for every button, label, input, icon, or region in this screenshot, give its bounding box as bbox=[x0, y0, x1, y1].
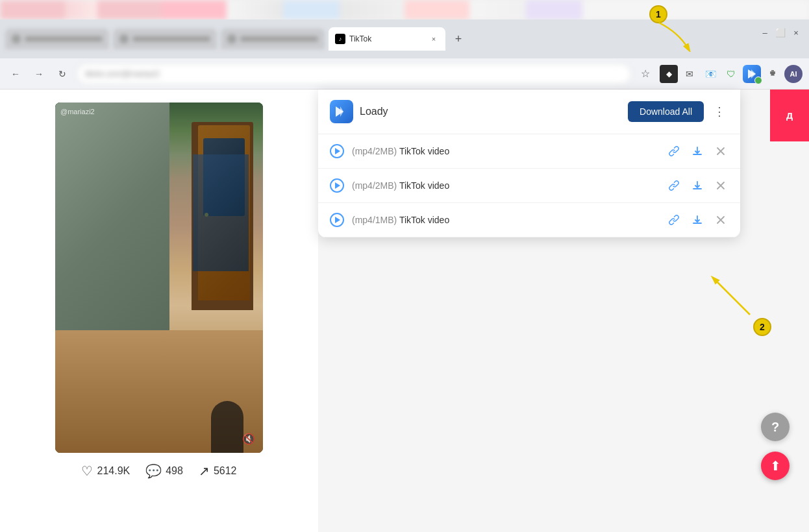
tab-title-bar bbox=[25, 36, 103, 42]
annotation-2-group: 2 bbox=[753, 318, 771, 336]
address-bar-row: ← → ↻ tiktok.com/@mariazi2 ☆ ◆ ✉ 📧 🛡 bbox=[0, 58, 809, 90]
browser-tab-strip-bg bbox=[0, 0, 809, 19]
close-button[interactable]: × bbox=[791, 27, 801, 38]
annotation-badge-2: 2 bbox=[753, 318, 771, 336]
video-item-1: (mp4/2MB) TikTok video bbox=[318, 134, 740, 169]
close-icon-3[interactable] bbox=[713, 212, 728, 228]
download-all-button[interactable]: Download All bbox=[628, 101, 704, 122]
tab-close-button[interactable]: × bbox=[429, 34, 439, 44]
badge-1-label: 1 bbox=[656, 9, 661, 19]
item-actions-3 bbox=[666, 212, 728, 228]
video-format-3: (mp4/1MB) bbox=[352, 215, 397, 225]
video-item-3: (mp4/1MB) TikTok video bbox=[318, 203, 740, 237]
ai-label: AI bbox=[790, 70, 797, 78]
help-label: ? bbox=[771, 420, 779, 435]
loady-play-logo bbox=[746, 68, 758, 80]
upload-button[interactable]: ⬆ bbox=[761, 452, 790, 480]
browser-extensions: ◆ ✉ 📧 🛡 AI bbox=[660, 65, 803, 83]
loady-logo bbox=[330, 100, 353, 123]
video-username: @mariazi2 bbox=[60, 108, 95, 115]
comment-icon: 💬 bbox=[145, 463, 162, 479]
close-icon-1[interactable] bbox=[713, 143, 728, 159]
video-item-label-1: (mp4/2MB) TikTok video bbox=[352, 146, 658, 156]
back-button[interactable]: ← bbox=[6, 65, 25, 83]
shares-stat: ↗ 5612 bbox=[199, 463, 237, 479]
forward-button[interactable]: → bbox=[30, 65, 48, 83]
loady-extension-icon[interactable] bbox=[743, 65, 761, 83]
download-icon-1[interactable] bbox=[690, 143, 705, 159]
play-triangle-icon bbox=[335, 182, 340, 189]
maximize-button[interactable]: ⬜ bbox=[775, 27, 786, 38]
video-stats-row: ♡ 214.9K 💬 498 ↗ 5612 bbox=[81, 463, 236, 479]
comments-stat: 💬 498 bbox=[145, 463, 183, 479]
popup-menu-button[interactable]: ⋮ bbox=[710, 103, 728, 121]
mail-icon-1[interactable]: ✉ bbox=[680, 65, 699, 83]
ai-button[interactable]: AI bbox=[784, 65, 803, 83]
item-actions-2 bbox=[666, 178, 728, 193]
arrow-1-svg bbox=[656, 19, 695, 52]
video-name-3: TikTok video bbox=[399, 215, 449, 225]
video-format-1: (mp4/2MB) bbox=[352, 146, 397, 156]
download-icon-2[interactable] bbox=[690, 178, 705, 193]
star-icon: ☆ bbox=[641, 67, 650, 80]
mail-icon-2[interactable]: 📧 bbox=[701, 65, 719, 83]
tab-blurred-3[interactable] bbox=[221, 29, 325, 49]
link-icon-1[interactable] bbox=[666, 143, 682, 159]
loady-title: Loady bbox=[360, 106, 621, 117]
tab-title: TikTok bbox=[349, 34, 425, 43]
extension-dark-icon[interactable]: ◆ bbox=[660, 65, 678, 83]
video-item-label-2: (mp4/2MB) TikTok video bbox=[352, 180, 658, 191]
video-item-label-3: (mp4/1MB) TikTok video bbox=[352, 215, 658, 225]
badge-2-label: 2 bbox=[760, 322, 765, 332]
link-icon-2[interactable] bbox=[666, 178, 682, 193]
new-tab-button[interactable]: + bbox=[449, 30, 467, 48]
close-icon-2[interactable] bbox=[713, 178, 728, 193]
tiktok-favicon: ♪ bbox=[335, 34, 345, 44]
tab-blurred-1[interactable] bbox=[5, 29, 109, 49]
reload-button[interactable]: ↻ bbox=[53, 65, 71, 83]
arrow-2-svg bbox=[708, 272, 753, 318]
tab-active-tiktok[interactable]: ♪ TikTok × bbox=[329, 27, 445, 51]
tab-favicon bbox=[119, 34, 129, 43]
play-button-3[interactable] bbox=[330, 213, 344, 227]
minimize-button[interactable]: – bbox=[760, 27, 770, 38]
bookmark-button[interactable]: ☆ bbox=[636, 65, 654, 83]
comments-value: 498 bbox=[166, 465, 183, 477]
loady-popup: Loady Download All ⋮ (mp4/2MB) TikTok vi… bbox=[318, 90, 740, 237]
video-format-2: (mp4/2MB) bbox=[352, 180, 397, 191]
help-button[interactable]: ? bbox=[761, 413, 790, 441]
item-actions-1 bbox=[666, 143, 728, 159]
play-triangle-icon bbox=[335, 148, 340, 154]
door-window bbox=[203, 138, 245, 216]
shares-value: 5612 bbox=[214, 465, 237, 477]
popup-header: Loady Download All ⋮ bbox=[318, 90, 740, 134]
video-name-1: TikTok video bbox=[399, 146, 449, 156]
window-controls: – ⬜ × bbox=[760, 27, 801, 38]
download-icon-3[interactable] bbox=[690, 212, 705, 228]
upload-icon: ⬆ bbox=[770, 458, 781, 474]
extensions-icon[interactable] bbox=[764, 65, 782, 83]
play-button-2[interactable] bbox=[330, 178, 344, 193]
address-input[interactable]: tiktok.com/@mariazi2 bbox=[77, 64, 631, 84]
link-icon-3[interactable] bbox=[666, 212, 682, 228]
banner-text: д bbox=[786, 110, 793, 121]
play-triangle-icon bbox=[335, 217, 340, 223]
person-silhouette bbox=[211, 401, 243, 453]
svg-marker-4 bbox=[340, 106, 343, 117]
door-handle bbox=[205, 213, 208, 217]
tab-favicon bbox=[227, 34, 236, 43]
tab-title-bar bbox=[240, 36, 318, 42]
video-scene bbox=[55, 103, 263, 453]
tab-blurred-2[interactable] bbox=[113, 29, 217, 49]
tab-title-bar bbox=[132, 36, 210, 42]
heart-icon: ♡ bbox=[81, 463, 93, 479]
video-item-2: (mp4/2MB) TikTok video bbox=[318, 169, 740, 203]
play-button-1[interactable] bbox=[330, 144, 344, 158]
annotation-1-group: 1 bbox=[649, 5, 667, 23]
pink-banner: д bbox=[770, 90, 809, 141]
shield-icon[interactable]: 🛡 bbox=[722, 65, 740, 83]
video-container[interactable]: @mariazi2 🔇 bbox=[55, 103, 263, 453]
mute-icon[interactable]: 🔇 bbox=[242, 433, 255, 445]
video-name-2: TikTok video bbox=[399, 180, 449, 191]
main-content: @mariazi2 🔇 ♡ 214.9K 💬 498 ↗ 5612 д bbox=[0, 90, 809, 532]
